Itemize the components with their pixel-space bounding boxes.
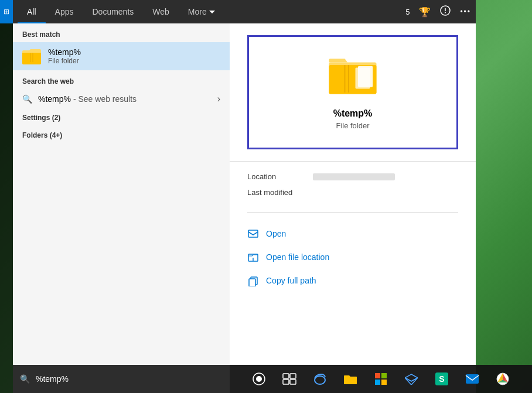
- tab-documents[interactable]: Documents: [83, 0, 143, 23]
- open-action[interactable]: Open: [247, 222, 458, 245]
- web-search-label: Search the web: [13, 70, 230, 89]
- last-modified-row: Last modified: [247, 184, 458, 200]
- action-list: Open Open file location: [230, 217, 476, 297]
- detail-info: Location Last modified: [230, 161, 476, 207]
- mail-icon[interactable]: [462, 368, 483, 389]
- svg-rect-19: [283, 374, 289, 378]
- store-icon[interactable]: [370, 368, 391, 389]
- chevron-right-icon: ›: [217, 94, 220, 104]
- tab-all[interactable]: All: [18, 0, 46, 23]
- svg-rect-16: [249, 279, 255, 286]
- best-match-name: %temp%: [48, 47, 81, 57]
- dropbox-icon[interactable]: [401, 368, 422, 389]
- folder-icon-small: [22, 47, 41, 66]
- web-search-text: %temp% - See web results: [38, 94, 212, 104]
- search-input[interactable]: [36, 374, 223, 384]
- open-file-location-action[interactable]: Open file location: [247, 245, 458, 269]
- start-button[interactable]: ⊞: [0, 0, 13, 23]
- open-file-location-icon: [247, 251, 259, 263]
- chrome-icon[interactable]: [492, 368, 513, 389]
- svg-rect-11: [358, 66, 373, 87]
- main-content: Best match %temp% File folder: [13, 23, 476, 393]
- best-match-text: %temp% File folder: [48, 47, 81, 65]
- svg-text:S: S: [439, 374, 444, 384]
- detail-subtitle: File folder: [336, 121, 369, 130]
- left-taskbar: ⊞: [0, 0, 13, 393]
- search-icon: 🔍: [22, 94, 32, 104]
- svg-rect-24: [375, 373, 380, 378]
- svg-marker-0: [209, 11, 215, 13]
- copy-full-path-icon: [247, 275, 259, 286]
- svg-rect-25: [381, 373, 387, 378]
- detail-header: %temp% File folder: [247, 35, 458, 149]
- location-value: [313, 173, 395, 180]
- open-icon: [247, 228, 259, 240]
- best-match-subtext: File folder: [48, 57, 81, 65]
- right-panel: %temp% File folder Location Last modifie…: [230, 23, 476, 393]
- svg-rect-20: [290, 374, 296, 378]
- svg-rect-27: [381, 380, 387, 385]
- search-icon-bottom: 🔍: [20, 374, 30, 384]
- tab-web[interactable]: Web: [143, 0, 179, 23]
- svg-point-3: [445, 12, 446, 13]
- folder-icon-large: [326, 54, 379, 101]
- open-label: Open: [266, 229, 286, 238]
- copy-full-path-action[interactable]: Copy full path: [247, 269, 458, 292]
- s-app-icon[interactable]: S: [431, 368, 452, 389]
- location-label: Location: [247, 172, 306, 181]
- svg-point-23: [315, 376, 325, 384]
- nav-bar: All Apps Documents Web More 5 🏆 •••: [13, 0, 476, 23]
- edge-icon[interactable]: [309, 368, 330, 389]
- result-count: 5: [405, 8, 410, 16]
- svg-rect-22: [290, 380, 296, 384]
- tab-apps[interactable]: Apps: [46, 0, 83, 23]
- copy-full-path-label: Copy full path: [266, 276, 316, 285]
- svg-rect-32: [466, 374, 479, 384]
- settings-section[interactable]: Settings (2): [13, 109, 230, 127]
- nav-icons: 5 🏆 •••: [405, 5, 471, 18]
- last-modified-label: Last modified: [247, 188, 306, 197]
- left-panel: Best match %temp% File folder: [13, 23, 230, 393]
- best-match-label: Best match: [13, 23, 230, 42]
- location-row: Location: [247, 169, 458, 184]
- trophy-icon[interactable]: 🏆: [419, 6, 431, 18]
- svg-rect-21: [283, 380, 289, 384]
- folders-section[interactable]: Folders (4+): [13, 127, 230, 144]
- tab-more[interactable]: More: [179, 0, 224, 23]
- folders-label: Folders (4+): [22, 131, 62, 139]
- start-menu: All Apps Documents Web More 5 🏆 ••• Be: [13, 0, 476, 393]
- task-view-icon[interactable]: [279, 368, 300, 389]
- svg-rect-12: [248, 230, 258, 237]
- svg-rect-26: [375, 380, 380, 385]
- svg-marker-29: [405, 378, 418, 385]
- best-match-item[interactable]: %temp% File folder: [13, 42, 230, 70]
- divider: [247, 212, 458, 213]
- more-options-icon[interactable]: •••: [460, 8, 471, 16]
- bottom-taskbar: S: [230, 365, 532, 393]
- file-explorer-icon[interactable]: [340, 368, 361, 389]
- detail-title: %temp%: [333, 108, 373, 119]
- svg-point-18: [256, 376, 262, 382]
- bottom-search-bar: 🔍: [13, 365, 230, 393]
- settings-label: Settings (2): [22, 114, 60, 122]
- cortana-icon[interactable]: [248, 368, 270, 389]
- open-file-location-label: Open file location: [266, 252, 329, 262]
- web-search-item[interactable]: 🔍 %temp% - See web results ›: [13, 89, 230, 109]
- feedback-icon[interactable]: [440, 5, 451, 18]
